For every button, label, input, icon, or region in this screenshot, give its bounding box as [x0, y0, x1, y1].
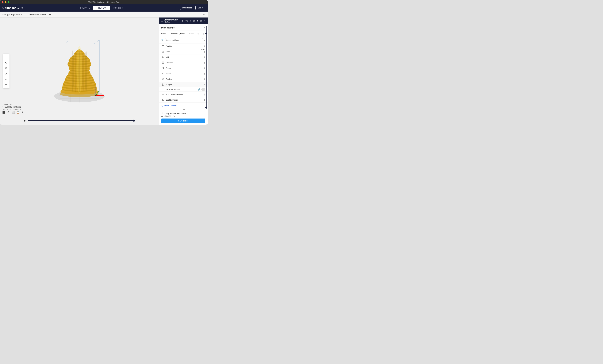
signin-button[interactable]: Sign in	[195, 6, 205, 10]
svg-marker-87	[162, 51, 164, 52]
bottom-bar: ▲ Object list ✏ CE3PRO_lightbase2 189.1 …	[0, 102, 159, 116]
recommended-button[interactable]: ❮ Recommended	[161, 104, 177, 106]
view-type-value[interactable]: Layer view	[11, 13, 20, 16]
quality-edit-icon[interactable]: ✏	[204, 20, 206, 23]
playback-bar: ▶	[24, 119, 135, 122]
svg-point-79	[76, 46, 82, 93]
print-settings-panel: Print settings ✕ Profile Standard Qualit…	[159, 24, 208, 111]
settings-list: Quality ❯ Shell ❯ Infill	[159, 44, 208, 103]
svg-rect-94	[163, 62, 164, 62]
settings-item-infill[interactable]: Infill ❯	[159, 55, 208, 60]
svg-rect-112	[163, 99, 163, 100]
slider-thumb-top[interactable]	[205, 33, 207, 34]
info-icon[interactable]: ℹ	[205, 112, 205, 115]
svg-point-78	[85, 50, 87, 92]
tool-icon-4[interactable]: 📋	[17, 111, 20, 114]
profile-name: Standard Quality	[171, 33, 185, 35]
travel-settings-icon	[161, 72, 164, 75]
search-input[interactable]	[165, 38, 203, 42]
view-type-label: View type	[2, 13, 10, 16]
quality-label: Standard Quality - 0.2mm	[164, 19, 179, 23]
quality-settings-icon	[161, 45, 164, 48]
profile-row: Profile Standard Quality 0.2mm ☆ ▾	[159, 31, 208, 37]
profile-chevron-icon[interactable]: ▾	[203, 33, 204, 35]
color-scheme-value[interactable]: Material Color	[40, 13, 51, 16]
profile-label: Profile	[161, 33, 169, 35]
toolbar: View type Layer view ❮ Color scheme Mate…	[0, 11, 208, 18]
dots-row	[159, 108, 208, 111]
travel-label: Travel	[166, 73, 202, 75]
cooling-label: Cooling	[166, 78, 202, 80]
quality-icon: ☰	[161, 20, 163, 23]
settings-item-build-plate[interactable]: Build Plate Adhesion ❯	[159, 92, 208, 97]
svg-rect-96	[163, 63, 164, 64]
generate-support-label: Generate Support	[166, 88, 196, 91]
play-button[interactable]: ▶	[24, 119, 26, 122]
tool-icon-1[interactable]: ⬛	[2, 111, 6, 114]
close-button[interactable]	[2, 1, 4, 3]
progress-thumb[interactable]	[133, 120, 135, 122]
svg-rect-93	[162, 62, 163, 62]
profile-version: 0.2mm	[189, 33, 194, 35]
build-plate-label: Build Plate Adhesion	[166, 93, 202, 95]
support2-icon: ⇅	[197, 20, 198, 22]
settings-item-support[interactable]: Support ▾	[159, 82, 208, 87]
traffic-lights	[2, 1, 10, 3]
speed-label: Speed	[166, 67, 202, 69]
marketplace-button[interactable]: Marketplace	[180, 6, 194, 10]
settings-item-shell[interactable]: Shell ❯	[159, 49, 208, 55]
right-panel: ☰ Standard Quality - 0.2mm ⊞ 90% ⛭ Off ⇅…	[159, 18, 208, 125]
infill-label: Infill	[166, 56, 202, 58]
support-link-icon[interactable]: 🔗	[197, 88, 200, 91]
edit-icon[interactable]: ✏	[203, 13, 205, 16]
toolbar-divider	[25, 13, 25, 16]
profile-select[interactable]: Standard Quality 0.2mm ☆ ▾	[170, 32, 205, 36]
svg-point-98	[162, 68, 163, 68]
quality-bar: ☰ Standard Quality - 0.2mm ⊞ 90% ⛭ Off ⇅…	[159, 18, 208, 24]
tab-monitor[interactable]: MONITOR	[110, 6, 127, 10]
vertical-slider[interactable]: 1200	[205, 24, 208, 111]
settings-item-travel[interactable]: Travel ❯	[159, 71, 208, 76]
progress-track[interactable]	[28, 120, 135, 121]
svg-rect-88	[162, 56, 164, 58]
support2-value: Off	[200, 20, 202, 22]
app-logo: Ultimaker Cura	[2, 6, 23, 10]
svg-point-104	[162, 79, 163, 79]
color-scheme-label: Color scheme	[28, 13, 39, 16]
window-title: CE3PRO_lightbase2 - Ultimaker Cura	[88, 1, 120, 3]
nav-right: Marketplace Sign in	[180, 6, 205, 10]
settings-item-quality[interactable]: Quality ❯	[159, 44, 208, 49]
profile-star-icon[interactable]: ☆	[197, 33, 199, 35]
cooling-settings-icon	[161, 78, 164, 80]
slider-thumb-bottom[interactable]	[205, 106, 207, 108]
settings-item-cooling[interactable]: Cooling ❯	[159, 76, 208, 82]
pencil-icon: ✏	[2, 106, 4, 108]
slider-value: 1200	[201, 48, 204, 50]
svg-point-83	[95, 95, 96, 96]
tab-prepare[interactable]: PREPARE	[77, 6, 93, 10]
tool-icon-3[interactable]: ⬜	[12, 111, 15, 114]
save-to-file-button[interactable]: Save to File	[161, 118, 205, 123]
bottom-tools: ⬛ 🖨 ⬜ 📋 🗑	[2, 111, 156, 114]
tab-preview[interactable]: PREVIEW	[93, 6, 110, 10]
tool-icon-2[interactable]: 🖨	[7, 111, 11, 114]
object-name: CE3PRO_lightbase2	[5, 106, 21, 108]
support-settings-icon	[161, 83, 164, 86]
svg-point-77	[82, 53, 84, 92]
settings-item-dual-extrusion[interactable]: Dual Extrusion ❯	[159, 97, 208, 103]
chevron-up-icon[interactable]: ▲	[2, 104, 4, 105]
minimize-button[interactable]	[5, 1, 7, 3]
material-settings-icon	[161, 61, 164, 64]
main-window: CE3PRO_lightbase2 - Ultimaker Cura Ultim…	[0, 0, 208, 125]
tool-icon-5[interactable]: 🗑	[21, 111, 25, 114]
object-dimensions: 189.1 x 189.1 x 240.0 mm	[2, 108, 156, 110]
slider-track[interactable]	[206, 26, 207, 109]
recommended-label: Recommended	[164, 104, 177, 106]
maximize-button[interactable]	[8, 1, 10, 3]
svg-rect-105	[162, 83, 163, 85]
view-type-chevron-icon[interactable]: ❮	[21, 13, 23, 16]
shell-label: Shell	[166, 51, 202, 53]
settings-item-material[interactable]: Material ❯	[159, 60, 208, 65]
settings-item-speed[interactable]: Speed ❯	[159, 65, 208, 71]
dot-3	[184, 109, 185, 110]
